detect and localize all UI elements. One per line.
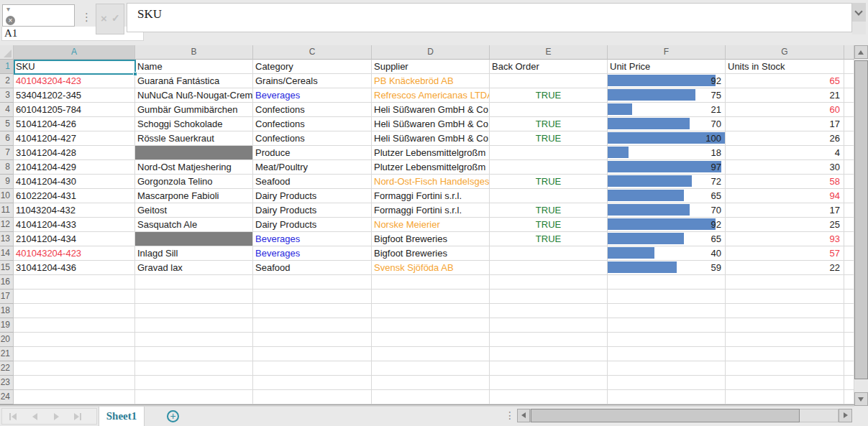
cell-D22[interactable]: [372, 361, 490, 376]
column-header-B[interactable]: B: [135, 45, 253, 60]
cell-G8[interactable]: 30: [726, 160, 844, 175]
cell-B13[interactable]: [135, 232, 253, 246]
cell-C19[interactable]: [253, 318, 372, 333]
cell-B22[interactable]: [135, 361, 253, 376]
cell-A24[interactable]: [14, 390, 135, 404]
formula-bar-expand-button[interactable]: [852, 3, 866, 22]
cell-C21[interactable]: [253, 347, 372, 361]
column-header-A[interactable]: A: [14, 45, 135, 60]
cell-A11[interactable]: 11043204-432: [14, 203, 135, 218]
cell-B5[interactable]: Schoggi Schokolade: [135, 117, 253, 131]
cell-B8[interactable]: Nord-Ost Matjeshering: [135, 160, 253, 175]
spreadsheet-grid[interactable]: ABCDEFG1SKUNameCategorySupplierBack Orde…: [0, 45, 854, 404]
cell-G16[interactable]: [726, 275, 844, 290]
cell-G21[interactable]: [726, 347, 844, 361]
cell-partial-12[interactable]: [844, 218, 854, 232]
cell-D5[interactable]: Heli Süßwaren GmbH & Co.: [372, 117, 490, 131]
vertical-scrollbar-thumb[interactable]: [854, 60, 868, 379]
cell-A5[interactable]: 51041204-426: [14, 117, 135, 131]
namebox-clear-icon[interactable]: ×: [6, 16, 15, 25]
cell-B23[interactable]: [135, 376, 253, 390]
cell-A9[interactable]: 41041204-430: [14, 175, 135, 189]
scroll-right-button[interactable]: [839, 409, 852, 422]
cell-F4[interactable]: 21: [608, 103, 726, 117]
cell-F6[interactable]: 100: [608, 131, 726, 146]
cell-E2[interactable]: [490, 74, 608, 88]
cell-G22[interactable]: [726, 361, 844, 376]
formula-cancel-icon[interactable]: ×: [101, 12, 107, 24]
column-header-C[interactable]: C: [253, 45, 372, 60]
cell-G6[interactable]: 26: [726, 131, 844, 146]
add-sheet-button[interactable]: +: [167, 410, 179, 422]
row-header-4[interactable]: 4: [0, 103, 14, 117]
row-header-16[interactable]: 16: [0, 275, 14, 290]
cell-F7[interactable]: 18: [608, 146, 726, 160]
row-header-11[interactable]: 11: [0, 203, 14, 218]
cell-D12[interactable]: Norske Meierier: [372, 218, 490, 232]
cell-E1[interactable]: Back Order: [490, 60, 608, 74]
cell-C18[interactable]: [253, 304, 372, 318]
cell-F21[interactable]: [608, 347, 726, 361]
cell-E7[interactable]: [490, 146, 608, 160]
cell-G2[interactable]: 65: [726, 74, 844, 88]
cell-D3[interactable]: Refrescos Americanas LTDA: [372, 88, 490, 103]
row-header-3[interactable]: 3: [0, 88, 14, 103]
cell-A1[interactable]: SKU: [14, 60, 135, 74]
cell-E16[interactable]: [490, 275, 608, 290]
cell-B4[interactable]: Gumbär Gummibärchen: [135, 103, 253, 117]
cell-partial-3[interactable]: [844, 88, 854, 103]
cell-A20[interactable]: [14, 333, 135, 347]
formula-confirm-icon[interactable]: ✓: [111, 12, 120, 24]
cell-partial-2[interactable]: [844, 74, 854, 88]
cell-partial-8[interactable]: [844, 160, 854, 175]
cell-A19[interactable]: [14, 318, 135, 333]
cell-G13[interactable]: 93: [726, 232, 844, 246]
cell-F9[interactable]: 72: [608, 175, 726, 189]
cell-partial-23[interactable]: [844, 376, 854, 390]
cell-partial-20[interactable]: [844, 333, 854, 347]
cell-F8[interactable]: 97: [608, 160, 726, 175]
cell-C8[interactable]: Meat/Poultry: [253, 160, 372, 175]
name-box[interactable]: ▾ ×: [2, 4, 75, 27]
cell-E22[interactable]: [490, 361, 608, 376]
cell-A13[interactable]: 21041204-434: [14, 232, 135, 246]
cell-B7[interactable]: [135, 146, 253, 160]
select-all-corner[interactable]: [0, 45, 14, 60]
row-header-20[interactable]: 20: [0, 333, 14, 347]
column-header-partial[interactable]: [844, 45, 854, 60]
cell-B16[interactable]: [135, 275, 253, 290]
cell-F15[interactable]: 59: [608, 261, 726, 275]
row-header-15[interactable]: 15: [0, 261, 14, 275]
cell-partial-17[interactable]: [844, 290, 854, 304]
cell-A8[interactable]: 21041204-429: [14, 160, 135, 175]
cell-A22[interactable]: [14, 361, 135, 376]
cell-D6[interactable]: Heli Süßwaren GmbH & Co.: [372, 131, 490, 146]
cell-G15[interactable]: 22: [726, 261, 844, 275]
column-header-F[interactable]: F: [608, 45, 726, 60]
cell-G9[interactable]: 58: [726, 175, 844, 189]
cell-G20[interactable]: [726, 333, 844, 347]
cell-B9[interactable]: Gorgonzola Telino: [135, 175, 253, 189]
cell-G4[interactable]: 60: [726, 103, 844, 117]
cell-D23[interactable]: [372, 376, 490, 390]
scroll-left-button[interactable]: [517, 409, 530, 422]
column-header-E[interactable]: E: [490, 45, 608, 60]
cell-B2[interactable]: Guaraná Fantástica: [135, 74, 253, 88]
cell-F3[interactable]: 75: [608, 88, 726, 103]
cell-A12[interactable]: 41041204-433: [14, 218, 135, 232]
sheet-tab-active[interactable]: Sheet1: [99, 407, 145, 426]
cell-D20[interactable]: [372, 333, 490, 347]
cell-F14[interactable]: 40: [608, 246, 726, 261]
cell-A2[interactable]: 401043204-423: [14, 74, 135, 88]
cell-partial-10[interactable]: [844, 189, 854, 203]
cell-D4[interactable]: Heli Süßwaren GmbH & Co.: [372, 103, 490, 117]
cell-E15[interactable]: [490, 261, 608, 275]
cell-F12[interactable]: 92: [608, 218, 726, 232]
vertical-scrollbar[interactable]: [854, 45, 868, 407]
cell-D7[interactable]: Plutzer Lebensmittelgroßm: [372, 146, 490, 160]
next-sheet-button[interactable]: [45, 413, 67, 420]
row-header-2[interactable]: 2: [0, 74, 14, 88]
cell-G24[interactable]: [726, 390, 844, 404]
cell-A15[interactable]: 31041204-436: [14, 261, 135, 275]
cell-E14[interactable]: [490, 246, 608, 261]
